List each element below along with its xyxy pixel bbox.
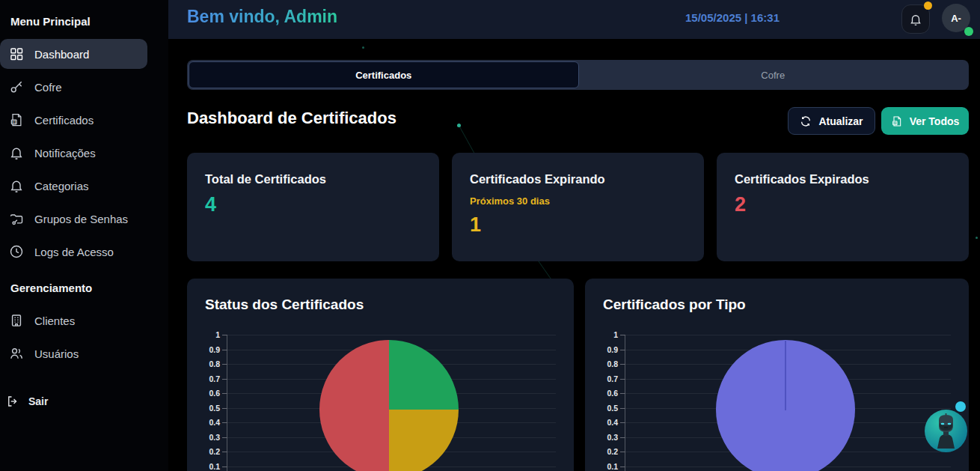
chart-card-tipo: Certificados por Tipo 10.90.80.70.60.50.… — [585, 279, 969, 471]
sidebar-section-main-title: Menu Principal — [10, 15, 91, 28]
tab-certificados[interactable]: Certificados — [189, 61, 579, 88]
sidebar-item-dashboard[interactable]: Dashboard — [0, 39, 147, 69]
sidebar-item-notificacoes[interactable]: Notificações — [0, 138, 147, 168]
stat-value: 4 — [205, 193, 421, 216]
stat-card-expirados: Certificados Expirados 2 — [717, 153, 969, 261]
sidebar-item-label: Dashboard — [34, 48, 89, 61]
sidebar-item-label: Cofre — [34, 81, 62, 94]
sidebar-item-label: Certificados — [34, 114, 94, 127]
certificate-file-icon: 01 — [891, 115, 903, 127]
sidebar-item-clientes[interactable]: Clientes — [0, 306, 147, 335]
bell-icon — [909, 13, 922, 26]
avatar-initials: A- — [951, 13, 961, 24]
refresh-icon — [800, 115, 812, 127]
sidebar-item-label: Clientes — [34, 314, 75, 327]
sidebar-item-usuarios[interactable]: Usuários — [0, 338, 147, 368]
stat-value: 1 — [470, 213, 686, 237]
view-all-button[interactable]: 01 Ver Todos — [881, 107, 969, 135]
page-title: Dashboard de Certificados — [187, 109, 396, 128]
certificate-file-icon: 01 — [9, 112, 24, 127]
chart-title: Certificados por Tipo — [603, 297, 746, 313]
sidebar-item-label: Grupos de Senhas — [34, 213, 128, 225]
y-axis-line — [625, 335, 625, 471]
stat-title: Certificados Expirando — [470, 172, 686, 186]
welcome-title: Bem vindo, Admin — [187, 7, 337, 27]
folder-key-icon — [9, 211, 24, 226]
top-header: Bem vindo, Admin 15/05/2025 | 16:31 A- — [168, 0, 980, 39]
status-pie-chart: 10.90.80.70.60.50.40.30.20.1 — [187, 331, 556, 471]
logout-label: Sair — [28, 395, 48, 407]
bell-icon — [9, 145, 24, 160]
clock-icon — [9, 244, 24, 259]
y-axis-line — [227, 335, 227, 471]
status-pie — [319, 340, 459, 471]
sidebar-item-label: Notificações — [34, 147, 96, 159]
sidebar-item-label: Categorias — [34, 180, 89, 192]
sidebar: Menu Principal Dashboard Cofre 01 Certif… — [0, 0, 168, 471]
chart-title: Status dos Certificados — [205, 297, 364, 313]
logout-icon — [6, 395, 19, 408]
sidebar-item-certificados[interactable]: 01 Certificados — [0, 105, 147, 135]
key-icon — [9, 79, 24, 94]
dashboard-grid-icon — [9, 46, 24, 61]
sidebar-item-label: Usuários — [34, 347, 79, 360]
sidebar-item-cofre[interactable]: Cofre — [0, 72, 147, 102]
stat-title: Certificados Expirados — [735, 172, 951, 186]
sidebar-section-management-title: Gerenciamento — [10, 282, 92, 294]
assistant-chat-button[interactable] — [925, 410, 967, 452]
stat-subtitle: Próximos 30 dias — [470, 195, 686, 207]
bell-icon — [9, 178, 24, 193]
building-icon — [9, 313, 24, 328]
online-status-dot — [964, 27, 973, 36]
stat-value: 2 — [735, 193, 951, 216]
stat-title: Total de Certificados — [205, 172, 421, 186]
stat-card-total: Total de Certificados 4 — [187, 153, 439, 261]
datetime-label: 15/05/2025 | 16:31 — [685, 11, 780, 24]
sidebar-item-grupos-de-senhas[interactable]: Grupos de Senhas — [0, 204, 147, 234]
pie-slice-divider — [785, 341, 786, 410]
tipo-pie-chart: 10.90.80.70.60.50.40.30.20.1 — [585, 331, 951, 471]
robot-avatar-icon — [925, 410, 967, 452]
chart-card-status: Status dos Certificados 10.90.80.70.60.5… — [187, 279, 574, 471]
svg-text:01: 01 — [893, 121, 897, 124]
main-content: Certificados Cofre Dashboard de Certific… — [168, 39, 980, 471]
stat-card-expirando: Certificados Expirando Próximos 30 dias … — [452, 153, 704, 261]
view-all-label: Ver Todos — [910, 115, 960, 127]
assistant-status-dot — [955, 401, 966, 412]
refresh-button[interactable]: Atualizar — [788, 107, 875, 135]
sidebar-item-label: Logs de Acesso — [34, 246, 114, 258]
sidebar-item-categorias[interactable]: Categorias — [0, 171, 147, 201]
notification-badge — [924, 1, 932, 10]
svg-text:01: 01 — [12, 120, 16, 124]
sidebar-item-logs-de-acesso[interactable]: Logs de Acesso — [0, 237, 147, 267]
users-icon — [9, 346, 24, 361]
refresh-label: Atualizar — [818, 115, 863, 127]
tab-bar: Certificados Cofre — [187, 60, 969, 90]
logout-button[interactable]: Sair — [6, 391, 148, 412]
tab-cofre[interactable]: Cofre — [579, 61, 968, 88]
